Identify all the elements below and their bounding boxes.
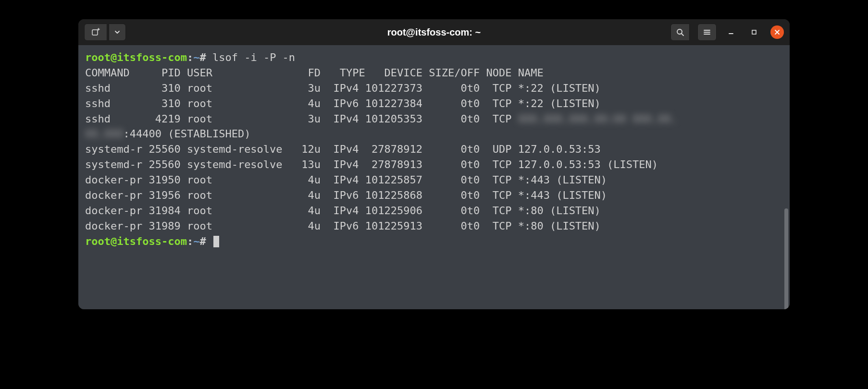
prompt-sep-2: : xyxy=(187,235,193,247)
chevron-down-icon xyxy=(114,29,121,36)
command-text: lsof -i -P -n xyxy=(212,51,295,63)
output-rows: sshd 310 root 3u IPv4 101227373 0t0 TCP … xyxy=(85,82,677,125)
minimize-button[interactable] xyxy=(724,25,738,39)
prompt-path-2: ~ xyxy=(193,235,199,247)
minimize-icon xyxy=(728,29,734,36)
output-rows-2: systemd-r 25560 systemd-resolve 12u IPv4… xyxy=(85,143,658,231)
output-header: COMMAND PID USER FD TYPE DEVICE SIZE/OFF… xyxy=(85,67,544,79)
blurred-ip: XXX.XXX.XXX.XX:XX XXX.XX. xyxy=(518,113,677,125)
close-icon xyxy=(774,29,781,36)
svg-rect-0 xyxy=(92,30,98,35)
menu-button[interactable] xyxy=(697,24,717,41)
prompt-path: ~ xyxy=(193,51,199,63)
hamburger-icon xyxy=(703,28,711,36)
close-button[interactable] xyxy=(770,25,784,39)
prompt-user-2: root@itsfoss-com xyxy=(85,235,187,247)
prompt-user: root@itsfoss-com xyxy=(85,51,187,63)
prompt-hash: # xyxy=(199,51,206,63)
blurred-prefix: XX.XXX xyxy=(85,128,123,140)
maximize-icon xyxy=(751,29,757,36)
prompt-hash-2: # xyxy=(199,235,206,247)
tab-dropdown-button[interactable] xyxy=(109,24,126,41)
terminal-body[interactable]: root@itsfoss-com:~# lsof -i -P -n COMMAN… xyxy=(78,45,790,309)
window-title: root@itsfoss-com: ~ xyxy=(387,27,481,38)
titlebar: root@itsfoss-com: ~ xyxy=(78,19,790,45)
search-button[interactable] xyxy=(670,24,690,41)
window-controls xyxy=(724,25,784,39)
titlebar-left xyxy=(84,24,126,41)
wrap-suffix: :44400 (ESTABLISHED) xyxy=(123,128,250,140)
svg-rect-2 xyxy=(752,30,756,34)
prompt-sep: : xyxy=(187,51,193,63)
new-tab-button[interactable] xyxy=(84,24,107,41)
maximize-button[interactable] xyxy=(747,25,761,39)
cursor xyxy=(213,236,219,247)
titlebar-right xyxy=(670,24,784,41)
scrollbar[interactable] xyxy=(784,208,788,309)
terminal-window: root@itsfoss-com: ~ xyxy=(78,19,790,309)
search-icon xyxy=(676,28,684,36)
new-tab-icon xyxy=(91,27,100,37)
